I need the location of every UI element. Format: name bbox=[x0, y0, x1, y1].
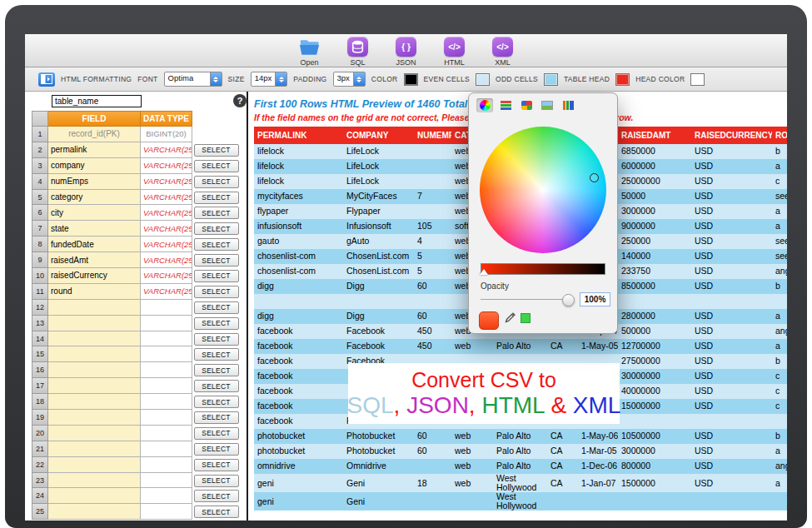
type-cell[interactable] bbox=[141, 316, 192, 331]
field-cell[interactable] bbox=[48, 410, 141, 426]
table-name-input[interactable] bbox=[52, 95, 142, 107]
json-button[interactable]: { }JSON bbox=[388, 34, 425, 67]
type-cell[interactable]: VARCHAR(255) bbox=[141, 284, 192, 300]
select-type-button[interactable]: SELECT bbox=[194, 506, 239, 518]
head-color-swatch[interactable] bbox=[690, 73, 705, 86]
pencils-tab[interactable] bbox=[560, 98, 576, 112]
select-type-button[interactable]: SELECT bbox=[194, 301, 239, 314]
select-type-button[interactable]: SELECT bbox=[194, 380, 239, 392]
type-cell[interactable]: VARCHAR(255) bbox=[141, 174, 192, 190]
select-type-button[interactable]: SELECT bbox=[194, 238, 239, 251]
type-cell[interactable]: VARCHAR(255) bbox=[141, 252, 192, 268]
type-cell[interactable] bbox=[141, 378, 192, 394]
field-cell[interactable]: state bbox=[48, 221, 141, 237]
open-button[interactable]: Open bbox=[291, 34, 328, 67]
type-cell[interactable]: BIGINT(20) bbox=[141, 127, 192, 142]
select-type-button[interactable]: SELECT bbox=[194, 144, 239, 157]
field-cell[interactable] bbox=[48, 426, 141, 441]
select-type-button[interactable]: SELECT bbox=[194, 222, 239, 235]
type-cell[interactable] bbox=[141, 488, 192, 504]
type-cell[interactable] bbox=[141, 300, 192, 316]
eyedropper-icon[interactable] bbox=[504, 311, 516, 327]
field-cell[interactable] bbox=[48, 331, 141, 347]
brightness-slider-marker[interactable] bbox=[480, 269, 488, 275]
select-type-button[interactable]: SELECT bbox=[194, 459, 239, 471]
palette-tab[interactable] bbox=[518, 98, 535, 112]
sql-button[interactable]: SQL bbox=[340, 34, 376, 67]
select-type-button[interactable]: SELECT bbox=[194, 317, 239, 330]
select-type-button[interactable]: SELECT bbox=[194, 427, 239, 440]
select-type-button[interactable]: SELECT bbox=[194, 176, 239, 188]
select-type-button[interactable]: SELECT bbox=[194, 411, 239, 424]
color-wheel-crosshair[interactable] bbox=[590, 173, 599, 182]
type-cell[interactable]: VARCHAR(255) bbox=[141, 205, 192, 221]
field-cell[interactable]: numEmps bbox=[48, 174, 141, 190]
type-cell[interactable]: VARCHAR(255) bbox=[141, 237, 192, 252]
html-button[interactable]: </>HTML bbox=[436, 34, 473, 67]
type-cell[interactable] bbox=[141, 394, 192, 410]
select-type-button[interactable]: SELECT bbox=[194, 270, 239, 282]
even-cells-swatch[interactable] bbox=[476, 73, 490, 86]
select-type-button[interactable]: SELECT bbox=[194, 348, 239, 361]
field-cell[interactable] bbox=[48, 346, 141, 362]
select-type-button[interactable]: SELECT bbox=[194, 160, 239, 172]
field-cell[interactable]: fundedDate bbox=[48, 237, 141, 252]
type-cell[interactable]: VARCHAR(255) bbox=[141, 142, 192, 158]
image-tab[interactable] bbox=[539, 98, 555, 112]
field-cell[interactable] bbox=[48, 362, 141, 378]
field-cell[interactable]: permalink bbox=[48, 142, 141, 158]
field-cell[interactable]: round bbox=[48, 284, 141, 300]
opacity-slider-track[interactable] bbox=[481, 299, 574, 300]
type-cell[interactable]: VARCHAR(255) bbox=[141, 221, 192, 237]
padding-dropdown[interactable]: 3px bbox=[333, 72, 366, 87]
select-type-button[interactable]: SELECT bbox=[194, 364, 239, 376]
type-cell[interactable]: VARCHAR(255) bbox=[141, 158, 192, 174]
size-dropdown[interactable]: 14px bbox=[251, 72, 288, 87]
selected-color-swatch[interactable] bbox=[479, 311, 499, 330]
field-cell[interactable] bbox=[48, 378, 141, 394]
accent-color-chip[interactable] bbox=[521, 313, 531, 323]
select-type-button[interactable]: SELECT bbox=[194, 490, 239, 502]
opacity-value-field[interactable]: 100% bbox=[580, 292, 610, 306]
select-type-button[interactable]: SELECT bbox=[194, 254, 239, 266]
type-cell[interactable] bbox=[141, 457, 192, 473]
opacity-slider-knob[interactable] bbox=[562, 294, 575, 306]
select-type-button[interactable]: SELECT bbox=[194, 396, 239, 408]
field-cell[interactable]: raisedAmt bbox=[48, 252, 141, 268]
type-cell[interactable] bbox=[141, 346, 192, 362]
select-type-button[interactable]: SELECT bbox=[194, 475, 239, 487]
select-type-button[interactable]: SELECT bbox=[194, 333, 239, 346]
type-cell[interactable] bbox=[141, 362, 192, 378]
type-cell[interactable] bbox=[141, 504, 192, 520]
select-type-button[interactable]: SELECT bbox=[194, 192, 239, 204]
select-type-button[interactable]: SELECT bbox=[194, 207, 239, 219]
font-dropdown[interactable]: Optima bbox=[164, 72, 222, 87]
field-cell[interactable]: category bbox=[48, 190, 141, 206]
type-cell[interactable] bbox=[141, 441, 192, 457]
sliders-tab[interactable] bbox=[497, 98, 514, 112]
brightness-slider[interactable] bbox=[481, 263, 605, 275]
field-cell[interactable] bbox=[48, 488, 141, 504]
field-cell[interactable] bbox=[48, 300, 141, 316]
field-cell[interactable] bbox=[48, 473, 141, 489]
field-cell[interactable] bbox=[48, 457, 141, 473]
select-type-button[interactable]: SELECT bbox=[194, 443, 239, 456]
odd-cells-swatch[interactable] bbox=[544, 73, 558, 86]
table-head-swatch[interactable] bbox=[615, 73, 630, 86]
type-cell[interactable] bbox=[141, 331, 192, 347]
xml-button[interactable]: </>XML bbox=[485, 34, 521, 67]
dropdown-arrows-icon[interactable] bbox=[275, 72, 286, 86]
color-wheel[interactable] bbox=[480, 127, 606, 253]
text-color-swatch[interactable] bbox=[404, 73, 418, 86]
dropdown-arrows-icon[interactable] bbox=[210, 72, 222, 86]
field-cell[interactable]: company bbox=[48, 158, 141, 174]
field-cell[interactable] bbox=[48, 316, 141, 331]
type-cell[interactable] bbox=[141, 410, 192, 426]
type-cell[interactable]: VARCHAR(255) bbox=[141, 190, 192, 206]
select-type-button[interactable]: SELECT bbox=[194, 286, 239, 298]
field-cell[interactable] bbox=[48, 504, 141, 520]
type-cell[interactable]: VARCHAR(255) bbox=[141, 268, 192, 284]
type-cell[interactable] bbox=[141, 426, 192, 441]
field-cell[interactable]: raisedCurrency bbox=[48, 268, 141, 284]
help-icon[interactable]: ? bbox=[233, 94, 247, 107]
